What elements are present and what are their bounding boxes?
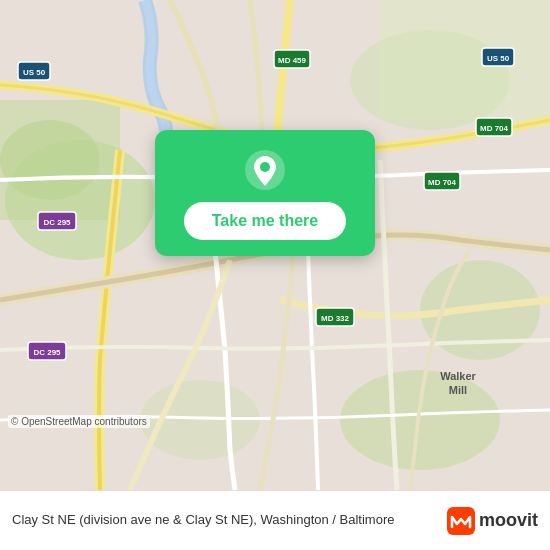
svg-text:US 50: US 50	[23, 68, 46, 77]
svg-rect-8	[380, 0, 550, 120]
moovit-logo: moovit	[447, 507, 538, 535]
location-pin-icon	[243, 148, 287, 192]
map-container: US 50 US 50 MD 459 MD 704 MD 704 DC 295 …	[0, 0, 550, 490]
svg-text:MD 459: MD 459	[278, 56, 307, 65]
copyright-text: © OpenStreetMap contributors	[8, 415, 150, 428]
svg-text:MD 704: MD 704	[480, 124, 509, 133]
svg-point-28	[260, 162, 270, 172]
svg-text:MD 704: MD 704	[428, 178, 457, 187]
svg-text:US 50: US 50	[487, 54, 510, 63]
svg-text:Walker: Walker	[440, 370, 476, 382]
moovit-logo-icon	[447, 507, 475, 535]
info-bar: Clay St NE (division ave ne & Clay St NE…	[0, 490, 550, 550]
svg-text:DC 295: DC 295	[33, 348, 61, 357]
svg-rect-3	[0, 100, 120, 220]
moovit-text: moovit	[479, 510, 538, 531]
take-me-there-button[interactable]: Take me there	[184, 202, 346, 240]
address-text: Clay St NE (division ave ne & Clay St NE…	[12, 511, 447, 529]
svg-text:DC 295: DC 295	[43, 218, 71, 227]
svg-text:Mill: Mill	[449, 384, 467, 396]
location-card: Take me there	[155, 130, 375, 256]
svg-text:MD 332: MD 332	[321, 314, 350, 323]
